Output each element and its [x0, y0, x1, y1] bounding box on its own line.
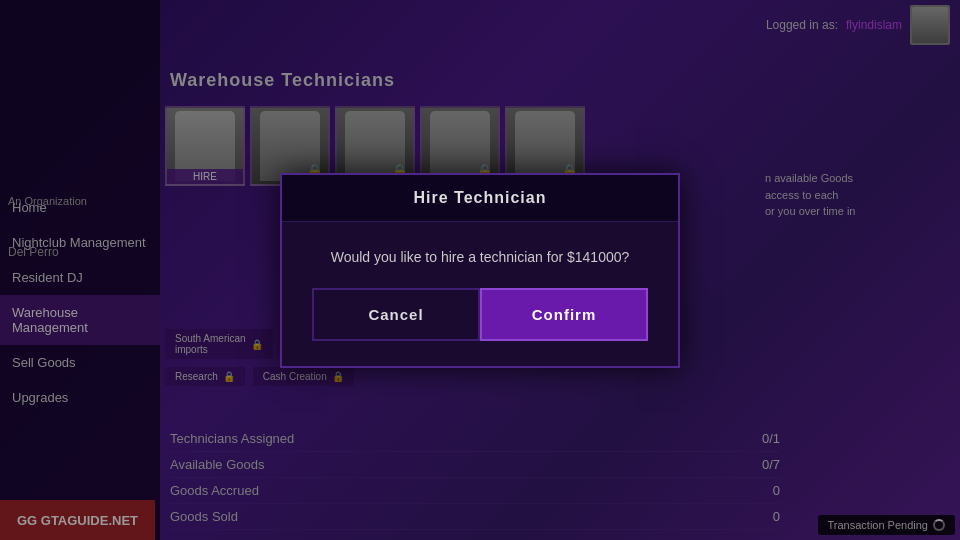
modal-title: Hire Technician	[302, 189, 658, 207]
cancel-button[interactable]: Cancel	[312, 288, 480, 341]
confirm-button[interactable]: Confirm	[480, 288, 648, 341]
modal-message: Would you like to hire a technician for …	[312, 247, 648, 268]
modal-dialog: Hire Technician Would you like to hire a…	[280, 173, 680, 368]
modal-overlay: Hire Technician Would you like to hire a…	[0, 0, 960, 540]
modal-body: Would you like to hire a technician for …	[282, 222, 678, 366]
modal-title-bar: Hire Technician	[282, 175, 678, 222]
modal-buttons: Cancel Confirm	[312, 288, 648, 341]
